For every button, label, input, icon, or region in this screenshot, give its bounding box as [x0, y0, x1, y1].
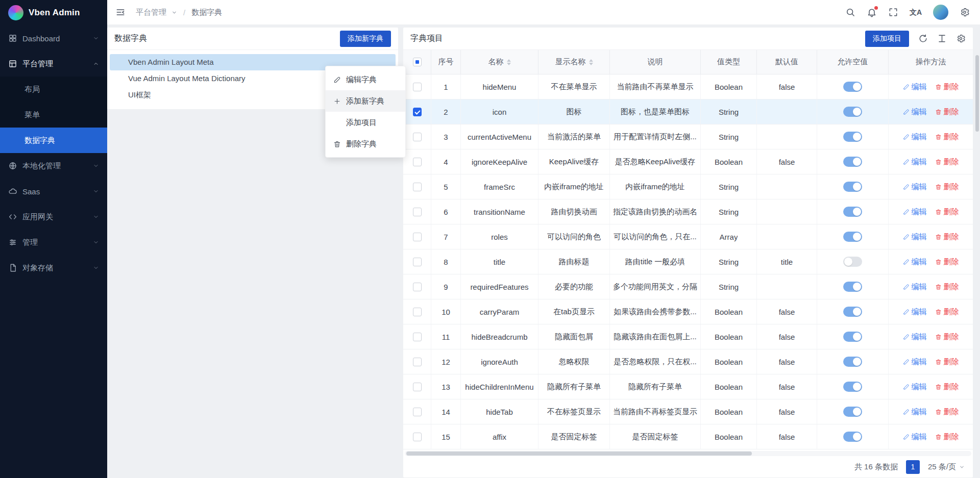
- sidebar-subitem-menu[interactable]: 菜单: [0, 102, 107, 128]
- row-checkbox[interactable]: [413, 133, 422, 141]
- row-checkbox[interactable]: [413, 108, 422, 116]
- sidebar-item-saas[interactable]: Saas: [0, 179, 107, 204]
- edit-row-button[interactable]: 编辑: [903, 182, 927, 192]
- settings-icon[interactable]: [960, 7, 970, 17]
- edit-row-button[interactable]: 编辑: [903, 107, 927, 117]
- sidebar-subitem-data-dictionary[interactable]: 数据字典: [0, 128, 107, 153]
- edit-row-button[interactable]: 编辑: [903, 257, 927, 267]
- add-dictionary-button[interactable]: 添加新字典: [340, 31, 391, 47]
- sort-icon[interactable]: [507, 59, 511, 65]
- edit-row-button[interactable]: 编辑: [903, 82, 927, 92]
- sidebar-item-admin[interactable]: 管理: [0, 230, 107, 255]
- delete-row-button[interactable]: 删除: [935, 207, 959, 217]
- pagination-page-button[interactable]: 1: [906, 460, 920, 474]
- allow-empty-toggle[interactable]: [843, 307, 862, 317]
- allow-empty-toggle[interactable]: [843, 232, 862, 242]
- allow-empty-toggle[interactable]: [843, 157, 862, 167]
- allow-empty-toggle[interactable]: [843, 382, 862, 392]
- header-cell[interactable]: 名称: [461, 50, 538, 74]
- edit-row-button[interactable]: 编辑: [903, 232, 927, 242]
- allow-empty-toggle[interactable]: [843, 407, 862, 417]
- allow-empty-toggle[interactable]: [843, 282, 862, 292]
- edit-row-button[interactable]: 编辑: [903, 307, 927, 317]
- delete-row-button[interactable]: 删除: [935, 82, 959, 92]
- delete-row-button[interactable]: 删除: [935, 432, 959, 442]
- delete-row-button[interactable]: 删除: [935, 282, 959, 292]
- edit-row-button[interactable]: 编辑: [903, 432, 927, 442]
- sidebar-item-localization[interactable]: 本地化管理: [0, 153, 107, 179]
- delete-row-button[interactable]: 删除: [935, 257, 959, 267]
- row-checkbox[interactable]: [413, 258, 422, 266]
- sidebar-item-platform[interactable]: 平台管理: [0, 51, 107, 77]
- allow-empty-toggle[interactable]: [843, 207, 862, 217]
- allow-empty-toggle[interactable]: [843, 357, 862, 367]
- edit-row-button[interactable]: 编辑: [903, 382, 927, 392]
- column-height-icon[interactable]: [937, 34, 947, 43]
- vertical-scrollbar-thumb[interactable]: [975, 55, 979, 132]
- sort-icon[interactable]: [589, 59, 593, 65]
- header-cell[interactable]: 显示名称: [538, 50, 610, 74]
- allow-empty-toggle[interactable]: [843, 332, 862, 342]
- edit-row-button[interactable]: 编辑: [903, 207, 927, 217]
- add-item-button[interactable]: 添加项目: [865, 31, 909, 47]
- delete-row-button[interactable]: 删除: [935, 382, 959, 392]
- translate-icon[interactable]: 文A: [910, 7, 922, 17]
- bell-icon[interactable]: [867, 7, 877, 17]
- edit-row-button[interactable]: 编辑: [903, 132, 927, 142]
- row-checkbox[interactable]: [413, 358, 422, 366]
- refresh-icon[interactable]: [918, 34, 928, 43]
- delete-row-button[interactable]: 删除: [935, 232, 959, 242]
- context-menu-item-delete-dictionary[interactable]: 删除字典: [326, 133, 405, 155]
- sidebar-item-object-storage[interactable]: 对象存储: [0, 255, 107, 281]
- cell-display-name: 不在菜单显示: [551, 82, 597, 92]
- breadcrumb-root[interactable]: 平台管理: [136, 8, 166, 17]
- allow-empty-toggle[interactable]: [843, 107, 862, 117]
- row-checkbox[interactable]: [413, 408, 422, 416]
- page-size-select[interactable]: 25 条/页: [928, 462, 965, 472]
- context-menu-item-edit-dictionary[interactable]: 编辑字典: [326, 69, 405, 90]
- edit-row-button[interactable]: 编辑: [903, 282, 927, 292]
- edit-row-button[interactable]: 编辑: [903, 357, 927, 367]
- edit-row-button[interactable]: 编辑: [903, 332, 927, 342]
- row-checkbox[interactable]: [413, 233, 422, 241]
- row-checkbox[interactable]: [413, 283, 422, 291]
- row-checkbox[interactable]: [413, 333, 422, 341]
- context-menu-item-add-item[interactable]: 添加项目: [326, 112, 405, 133]
- row-checkbox[interactable]: [413, 158, 422, 166]
- table-settings-icon[interactable]: [956, 34, 966, 43]
- sidebar-item-gateway[interactable]: 应用网关: [0, 204, 107, 230]
- row-checkbox[interactable]: [413, 83, 422, 91]
- edit-row-button[interactable]: 编辑: [903, 157, 927, 167]
- horizontal-scrollbar[interactable]: [405, 451, 971, 456]
- delete-row-button[interactable]: 删除: [935, 157, 959, 167]
- cell-display-name: 是否固定标签: [551, 432, 597, 442]
- edit-row-button[interactable]: 编辑: [903, 407, 927, 417]
- avatar[interactable]: [933, 5, 948, 20]
- row-checkbox[interactable]: [413, 308, 422, 316]
- fullscreen-icon[interactable]: [888, 7, 898, 17]
- logo[interactable]: Vben Admin: [0, 0, 107, 26]
- horizontal-scrollbar-thumb[interactable]: [406, 451, 752, 456]
- row-checkbox[interactable]: [413, 208, 422, 216]
- sidebar-item-dashboard[interactable]: Dashboard: [0, 26, 107, 51]
- allow-empty-toggle[interactable]: [843, 82, 862, 92]
- select-all-checkbox[interactable]: [413, 58, 422, 66]
- sidebar-subitem-layout[interactable]: 布局: [0, 77, 107, 102]
- delete-row-button[interactable]: 删除: [935, 357, 959, 367]
- delete-row-button[interactable]: 删除: [935, 107, 959, 117]
- context-menu-item-add-new-dictionary[interactable]: 添加新字典: [326, 90, 405, 112]
- delete-row-button[interactable]: 删除: [935, 132, 959, 142]
- delete-row-button[interactable]: 删除: [935, 307, 959, 317]
- delete-row-button[interactable]: 删除: [935, 332, 959, 342]
- menu-collapse-icon[interactable]: [115, 7, 126, 17]
- allow-empty-toggle[interactable]: [843, 432, 862, 442]
- allow-empty-toggle[interactable]: [843, 257, 862, 267]
- search-icon[interactable]: [845, 7, 855, 17]
- row-checkbox[interactable]: [413, 183, 422, 191]
- allow-empty-toggle[interactable]: [843, 132, 862, 142]
- delete-row-button[interactable]: 删除: [935, 182, 959, 192]
- row-checkbox[interactable]: [413, 433, 422, 441]
- delete-row-button[interactable]: 删除: [935, 407, 959, 417]
- row-checkbox[interactable]: [413, 383, 422, 391]
- allow-empty-toggle[interactable]: [843, 182, 862, 192]
